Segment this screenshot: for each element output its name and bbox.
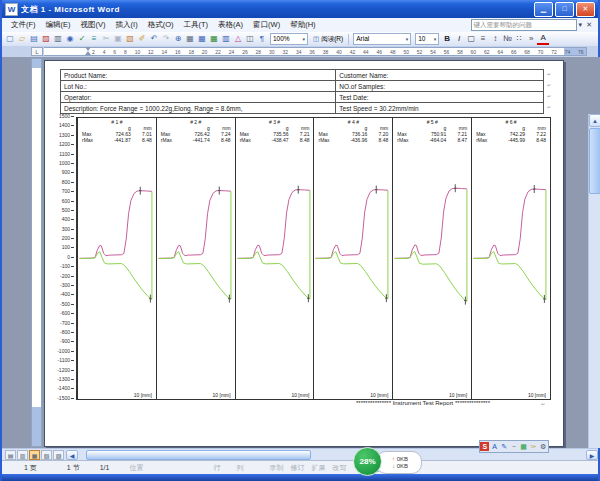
- print-layout-view-button[interactable]: ▦: [29, 450, 40, 460]
- menu-item-5[interactable]: 工具(T): [179, 20, 214, 30]
- cut-icon[interactable]: ✂: [100, 33, 112, 45]
- vertical-scroll-thumb[interactable]: [589, 128, 600, 194]
- ruler-number: 70: [538, 48, 544, 56]
- read-mode-icon: ◫: [313, 35, 319, 43]
- y-tick-label: -400: [60, 292, 74, 297]
- menu-item-6[interactable]: 表格(A): [213, 20, 248, 30]
- image-tool-icon[interactable]: ▦: [519, 442, 528, 451]
- net-arrow-icon: ↑: [392, 456, 395, 462]
- floating-mini-toolbar: SA✎~▦✑⚙: [479, 440, 549, 453]
- permission-icon[interactable]: ▨: [40, 33, 52, 45]
- panel-x-label: 10 [mm]: [370, 392, 388, 398]
- columns-icon[interactable]: ▥: [220, 33, 232, 45]
- web-layout-view-button[interactable]: ▥: [17, 450, 28, 460]
- ruler-number: 76: [578, 48, 584, 56]
- undo-icon[interactable]: ↶: [148, 33, 160, 45]
- font-color-icon[interactable]: A: [537, 33, 549, 45]
- ruler-number: 62: [484, 48, 490, 56]
- menu-item-7[interactable]: 窗口(W): [248, 20, 285, 30]
- status-position: 位置: [129, 463, 143, 473]
- window-bottom-frame: [2, 474, 598, 481]
- progress-badge[interactable]: 28%: [353, 447, 382, 476]
- maximize-button[interactable]: □: [555, 2, 574, 17]
- insert-hyperlink-icon[interactable]: ⊕: [172, 33, 184, 45]
- format-painter-icon[interactable]: ✐: [136, 33, 148, 45]
- help-dropdown-icon[interactable]: ▾: [577, 21, 585, 29]
- ruler-number: 42: [350, 48, 356, 56]
- minimize-button[interactable]: ▁: [534, 2, 553, 17]
- highlighter-tool-icon[interactable]: ✑: [529, 442, 538, 451]
- open-icon[interactable]: ▱: [16, 33, 28, 45]
- ruler-number: 64: [497, 48, 503, 56]
- menu-item-2[interactable]: 视图(V): [76, 20, 111, 30]
- y-tick-label: 1400: [59, 123, 74, 128]
- numbered-list-icon[interactable]: №: [501, 33, 513, 45]
- scroll-up-button[interactable]: ▲: [589, 114, 600, 127]
- document-page[interactable]: Product Name:Customer Name:Lot No.:NO.of…: [44, 60, 564, 447]
- document-map-icon[interactable]: ◫: [244, 33, 256, 45]
- read-mode-button[interactable]: ◫ 阅读(R): [310, 35, 346, 44]
- menu-item-4[interactable]: 格式(O): [143, 20, 179, 30]
- bullet-list-icon[interactable]: ∷: [513, 33, 525, 45]
- ruler-number: 56: [444, 48, 450, 56]
- menu-item-1[interactable]: 编辑(E): [41, 20, 76, 30]
- character-border-icon[interactable]: ▢: [465, 33, 477, 45]
- new-document-icon[interactable]: ▢: [4, 33, 16, 45]
- info-table: Product Name:Customer Name:Lot No.:NO.of…: [60, 69, 544, 114]
- help-question-input[interactable]: 键入需要帮助的问题: [471, 19, 577, 31]
- menu-item-3[interactable]: 插入(I): [111, 20, 143, 30]
- vertical-scrollbar[interactable]: ▲ ▼ ▲●▼: [588, 114, 600, 448]
- copy-icon[interactable]: ▣: [112, 33, 124, 45]
- paste-icon[interactable]: ▧: [124, 33, 136, 45]
- save-icon[interactable]: ▤: [28, 33, 40, 45]
- font-size-select[interactable]: 10 ▾: [415, 33, 439, 45]
- tables-and-borders-icon[interactable]: ▦: [184, 33, 196, 45]
- info-cell: Description: Force Range = 1000.22g,Elon…: [61, 103, 336, 114]
- drawing-icon[interactable]: △: [232, 33, 244, 45]
- status-overtype: 改写: [332, 463, 346, 473]
- scroll-left-button[interactable]: ◀: [66, 450, 78, 460]
- indent-marker-bottom[interactable]: [85, 51, 91, 55]
- font-name-select[interactable]: Arial ▾: [353, 33, 411, 45]
- scroll-right-button[interactable]: ▶: [586, 450, 598, 460]
- ruler-number: 14: [162, 48, 168, 56]
- print-preview-icon[interactable]: ◉: [64, 33, 76, 45]
- tab-stop-selector[interactable]: L: [31, 47, 43, 56]
- research-icon[interactable]: ≡: [88, 33, 100, 45]
- menu-item-0[interactable]: 文件(F): [6, 20, 41, 30]
- reading-layout-view-button[interactable]: ▨: [53, 450, 64, 460]
- status-bar: 1 页1 节1/1位置行列录制修订扩展改写英语 (美国)▤: [2, 460, 598, 474]
- settings-tool-icon[interactable]: ⚙: [539, 442, 548, 451]
- line-spacing-icon[interactable]: ↕: [489, 33, 501, 45]
- insert-table-icon[interactable]: ▦: [196, 33, 208, 45]
- y-tick-label: 200: [62, 236, 74, 241]
- title-bar: W 文档 1 - Microsoft Word ▁□✕: [2, 0, 598, 18]
- redo-icon[interactable]: ↷: [160, 33, 172, 45]
- print-icon[interactable]: ▥: [52, 33, 64, 45]
- bold-icon[interactable]: B: [441, 33, 453, 45]
- menu-item-8[interactable]: 帮助(H): [285, 20, 320, 30]
- align-justify-icon[interactable]: ≡: [477, 33, 489, 45]
- word-window: W 文档 1 - Microsoft Word ▁□✕ 文件(F)编辑(E)视图…: [0, 0, 600, 481]
- horizontal-scroll-thumb[interactable]: [86, 450, 311, 460]
- ruler-number: 60: [471, 48, 477, 56]
- outline-view-button[interactable]: ▧: [41, 450, 52, 460]
- spelling-grammar-icon[interactable]: ✓: [76, 33, 88, 45]
- italic-icon[interactable]: I: [453, 33, 465, 45]
- indent-increase-icon[interactable]: »: [525, 33, 537, 45]
- zoom-select[interactable]: 100% ▾: [270, 33, 308, 45]
- normal-view-button[interactable]: ▤: [5, 450, 16, 460]
- close-button[interactable]: ✕: [576, 2, 595, 17]
- show-hide-marks-icon[interactable]: ¶: [256, 33, 268, 45]
- text-tool-icon[interactable]: A: [490, 442, 499, 451]
- pen-tool-icon[interactable]: ✎: [500, 442, 509, 451]
- test-report-chart: 1500140013001200110010009008007006005004…: [60, 117, 549, 398]
- chart-panel-3: # 3 #gmmMax735.567.21rMax-438.478.4810 […: [236, 118, 315, 399]
- screenshot-tool-icon[interactable]: S: [480, 442, 489, 451]
- ruler-number: 44: [363, 48, 369, 56]
- freehand-tool-icon[interactable]: ~: [509, 442, 518, 451]
- document-close-button[interactable]: ✕: [584, 21, 594, 29]
- insert-excel-worksheet-icon[interactable]: ▦: [208, 33, 220, 45]
- ruler-number: 38: [323, 48, 329, 56]
- y-tick-label: 0: [67, 255, 74, 260]
